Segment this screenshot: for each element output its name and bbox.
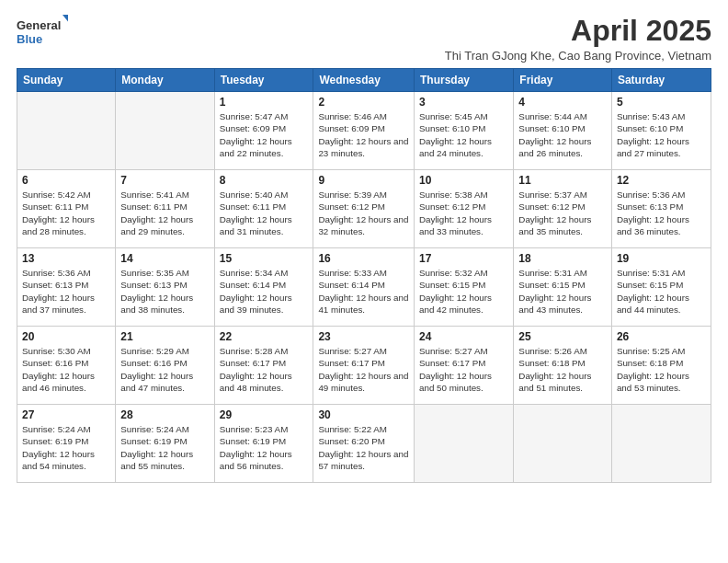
calendar-week-row: 6Sunrise: 5:42 AM Sunset: 6:11 PM Daylig… <box>17 170 711 248</box>
day-number: 6 <box>22 174 110 187</box>
logo: General Blue <box>17 15 68 48</box>
day-info: Sunrise: 5:34 AM Sunset: 6:14 PM Dayligh… <box>220 267 309 316</box>
day-info: Sunrise: 5:24 AM Sunset: 6:19 PM Dayligh… <box>120 423 209 472</box>
table-row: 9Sunrise: 5:39 AM Sunset: 6:12 PM Daylig… <box>313 170 415 248</box>
day-number: 2 <box>318 96 409 109</box>
day-info: Sunrise: 5:46 AM Sunset: 6:09 PM Dayligh… <box>318 110 409 159</box>
day-number: 5 <box>617 96 706 109</box>
day-info: Sunrise: 5:26 AM Sunset: 6:18 PM Dayligh… <box>518 345 607 394</box>
day-number: 7 <box>120 174 209 187</box>
day-info: Sunrise: 5:36 AM Sunset: 6:13 PM Dayligh… <box>617 189 706 237</box>
day-number: 4 <box>518 96 607 109</box>
day-number: 23 <box>318 330 409 343</box>
table-row: 13Sunrise: 5:36 AM Sunset: 6:13 PM Dayli… <box>17 248 116 327</box>
table-row: 10Sunrise: 5:38 AM Sunset: 6:12 PM Dayli… <box>415 170 514 248</box>
day-info: Sunrise: 5:23 AM Sunset: 6:19 PM Dayligh… <box>220 423 309 472</box>
svg-text:General: General <box>17 18 61 32</box>
logo-svg: General Blue <box>17 15 68 48</box>
title-block: April 2025 Thi Tran GJong Khe, Cao Bang … <box>445 15 711 63</box>
col-friday: Friday <box>514 69 612 92</box>
svg-marker-2 <box>63 15 68 24</box>
table-row: 16Sunrise: 5:33 AM Sunset: 6:14 PM Dayli… <box>313 248 415 327</box>
day-info: Sunrise: 5:42 AM Sunset: 6:11 PM Dayligh… <box>22 189 110 237</box>
table-row: 12Sunrise: 5:36 AM Sunset: 6:13 PM Dayli… <box>611 170 711 248</box>
table-row: 19Sunrise: 5:31 AM Sunset: 6:15 PM Dayli… <box>611 248 711 327</box>
table-row <box>514 405 612 483</box>
table-row: 7Sunrise: 5:41 AM Sunset: 6:11 PM Daylig… <box>116 170 214 248</box>
calendar-header-row: Sunday Monday Tuesday Wednesday Thursday… <box>17 69 711 92</box>
calendar-subtitle: Thi Tran GJong Khe, Cao Bang Province, V… <box>445 49 711 63</box>
day-info: Sunrise: 5:44 AM Sunset: 6:10 PM Dayligh… <box>518 110 607 159</box>
table-row <box>611 405 711 483</box>
calendar-page: General Blue April 2025 Thi Tran GJong K… <box>0 0 728 563</box>
col-thursday: Thursday <box>415 69 514 92</box>
svg-text:Blue: Blue <box>17 32 42 46</box>
day-info: Sunrise: 5:40 AM Sunset: 6:11 PM Dayligh… <box>220 189 309 237</box>
table-row <box>415 405 514 483</box>
day-number: 24 <box>419 330 508 343</box>
day-number: 19 <box>617 252 706 265</box>
calendar-week-row: 13Sunrise: 5:36 AM Sunset: 6:13 PM Dayli… <box>17 248 711 327</box>
calendar-week-row: 27Sunrise: 5:24 AM Sunset: 6:19 PM Dayli… <box>17 405 711 483</box>
day-number: 17 <box>419 252 508 265</box>
table-row: 5Sunrise: 5:43 AM Sunset: 6:10 PM Daylig… <box>611 92 711 170</box>
day-number: 28 <box>120 408 209 421</box>
table-row <box>17 92 116 170</box>
col-saturday: Saturday <box>611 69 711 92</box>
day-info: Sunrise: 5:32 AM Sunset: 6:15 PM Dayligh… <box>419 267 508 316</box>
day-number: 12 <box>617 174 706 187</box>
table-row: 6Sunrise: 5:42 AM Sunset: 6:11 PM Daylig… <box>17 170 116 248</box>
table-row: 28Sunrise: 5:24 AM Sunset: 6:19 PM Dayli… <box>116 405 214 483</box>
day-number: 30 <box>318 408 409 421</box>
table-row: 11Sunrise: 5:37 AM Sunset: 6:12 PM Dayli… <box>514 170 612 248</box>
col-wednesday: Wednesday <box>313 69 415 92</box>
table-row: 24Sunrise: 5:27 AM Sunset: 6:17 PM Dayli… <box>415 327 514 405</box>
day-info: Sunrise: 5:31 AM Sunset: 6:15 PM Dayligh… <box>617 267 706 316</box>
day-number: 20 <box>22 330 110 343</box>
table-row: 18Sunrise: 5:31 AM Sunset: 6:15 PM Dayli… <box>514 248 612 327</box>
day-info: Sunrise: 5:29 AM Sunset: 6:16 PM Dayligh… <box>120 345 209 394</box>
day-number: 8 <box>220 174 309 187</box>
table-row: 15Sunrise: 5:34 AM Sunset: 6:14 PM Dayli… <box>214 248 313 327</box>
day-number: 13 <box>22 252 110 265</box>
calendar-week-row: 1Sunrise: 5:47 AM Sunset: 6:09 PM Daylig… <box>17 92 711 170</box>
table-row: 2Sunrise: 5:46 AM Sunset: 6:09 PM Daylig… <box>313 92 415 170</box>
table-row: 27Sunrise: 5:24 AM Sunset: 6:19 PM Dayli… <box>17 405 116 483</box>
day-number: 11 <box>518 174 607 187</box>
table-row: 23Sunrise: 5:27 AM Sunset: 6:17 PM Dayli… <box>313 327 415 405</box>
table-row: 8Sunrise: 5:40 AM Sunset: 6:11 PM Daylig… <box>214 170 313 248</box>
day-info: Sunrise: 5:22 AM Sunset: 6:20 PM Dayligh… <box>318 423 409 472</box>
day-number: 26 <box>617 330 706 343</box>
day-number: 22 <box>220 330 309 343</box>
table-row: 25Sunrise: 5:26 AM Sunset: 6:18 PM Dayli… <box>514 327 612 405</box>
table-row: 17Sunrise: 5:32 AM Sunset: 6:15 PM Dayli… <box>415 248 514 327</box>
day-number: 9 <box>318 174 409 187</box>
table-row: 30Sunrise: 5:22 AM Sunset: 6:20 PM Dayli… <box>313 405 415 483</box>
day-number: 14 <box>120 252 209 265</box>
col-tuesday: Tuesday <box>214 69 313 92</box>
table-row: 3Sunrise: 5:45 AM Sunset: 6:10 PM Daylig… <box>415 92 514 170</box>
day-info: Sunrise: 5:33 AM Sunset: 6:14 PM Dayligh… <box>318 267 409 316</box>
day-info: Sunrise: 5:47 AM Sunset: 6:09 PM Dayligh… <box>220 110 309 159</box>
day-info: Sunrise: 5:36 AM Sunset: 6:13 PM Dayligh… <box>22 267 110 316</box>
day-info: Sunrise: 5:31 AM Sunset: 6:15 PM Dayligh… <box>518 267 607 316</box>
table-row: 4Sunrise: 5:44 AM Sunset: 6:10 PM Daylig… <box>514 92 612 170</box>
day-number: 10 <box>419 174 508 187</box>
day-info: Sunrise: 5:27 AM Sunset: 6:17 PM Dayligh… <box>419 345 508 394</box>
header: General Blue April 2025 Thi Tran GJong K… <box>17 15 711 63</box>
table-row: 29Sunrise: 5:23 AM Sunset: 6:19 PM Dayli… <box>214 405 313 483</box>
table-row <box>116 92 214 170</box>
calendar-table: Sunday Monday Tuesday Wednesday Thursday… <box>17 68 711 483</box>
col-monday: Monday <box>116 69 214 92</box>
table-row: 1Sunrise: 5:47 AM Sunset: 6:09 PM Daylig… <box>214 92 313 170</box>
day-number: 15 <box>220 252 309 265</box>
day-number: 1 <box>220 96 309 109</box>
day-info: Sunrise: 5:35 AM Sunset: 6:13 PM Dayligh… <box>120 267 209 316</box>
day-info: Sunrise: 5:25 AM Sunset: 6:18 PM Dayligh… <box>617 345 706 394</box>
table-row: 26Sunrise: 5:25 AM Sunset: 6:18 PM Dayli… <box>611 327 711 405</box>
table-row: 22Sunrise: 5:28 AM Sunset: 6:17 PM Dayli… <box>214 327 313 405</box>
day-info: Sunrise: 5:45 AM Sunset: 6:10 PM Dayligh… <box>419 110 508 159</box>
day-info: Sunrise: 5:27 AM Sunset: 6:17 PM Dayligh… <box>318 345 409 394</box>
day-number: 25 <box>518 330 607 343</box>
day-info: Sunrise: 5:39 AM Sunset: 6:12 PM Dayligh… <box>318 189 409 237</box>
